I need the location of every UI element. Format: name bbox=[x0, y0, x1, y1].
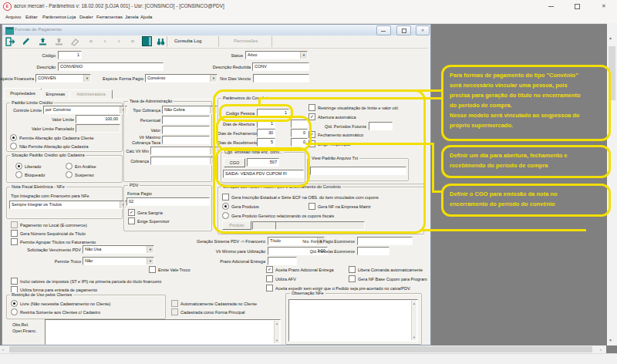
checkbox-fechamento-automatico[interactable]: ✓Fechamento automático bbox=[308, 131, 363, 138]
checkbox-utiliza-afv[interactable]: Utiliza AFV bbox=[266, 275, 296, 282]
qtd-periodos-input[interactable] bbox=[369, 122, 393, 130]
dias-abertura-hora-input[interactable] bbox=[291, 120, 308, 128]
menu-janela[interactable]: Janela bbox=[125, 15, 139, 19]
valor-input[interactable] bbox=[162, 126, 210, 134]
tipo-integracao-select[interactable]: Sempre Integrar os Títulos▼ bbox=[9, 201, 127, 209]
chevron-down-icon[interactable]: ▼ bbox=[147, 246, 153, 253]
cgo-button[interactable]: CGO bbox=[224, 158, 245, 167]
textarea-scrollbar[interactable]: ▲▼ bbox=[411, 301, 416, 340]
chevron-down-icon[interactable]: ▼ bbox=[210, 147, 217, 154]
cgo-number-input[interactable]: 507 bbox=[247, 158, 279, 167]
chevron-down-icon[interactable]: ▼ bbox=[147, 258, 153, 265]
chevron-down-icon[interactable]: ▼ bbox=[300, 52, 307, 59]
dias-fechamento-hora-input[interactable]: 0 bbox=[291, 129, 308, 137]
qtd-parcelas-input[interactable] bbox=[357, 247, 389, 255]
chevron-down-icon[interactable]: ▼ bbox=[210, 157, 217, 164]
especie-forma-select[interactable]: Convênio▼ bbox=[145, 74, 217, 83]
percentual-input[interactable] bbox=[162, 116, 210, 124]
menu-parametros[interactable]: Parâmetros bbox=[42, 15, 66, 19]
textarea-scrollbar[interactable]: ▲▼ bbox=[274, 321, 279, 343]
mdi-horizontal-scroll-thumb[interactable] bbox=[9, 346, 592, 352]
checkbox-restringe-visualizacao[interactable]: Restringe visualização de limite e valor… bbox=[308, 104, 399, 111]
mdi-vertical-scroll-thumb[interactable] bbox=[609, 46, 615, 100]
checkbox-gera-nf-base-cupom[interactable]: Gera NF Base Cupom para Programa de Pont… bbox=[349, 275, 427, 282]
descricao-input[interactable]: CONVENIO bbox=[58, 62, 164, 71]
nro-forma-ecommerce-input[interactable] bbox=[357, 237, 413, 245]
menu-arquivo[interactable]: Arquivo bbox=[5, 15, 21, 19]
scroll-left-icon[interactable]: ‹ bbox=[2, 346, 4, 352]
search-button[interactable] bbox=[153, 36, 167, 47]
post-button[interactable] bbox=[35, 36, 49, 47]
menu-editar[interactable]: Editar bbox=[25, 15, 38, 19]
radio-gera-produto-generico[interactable]: Gera Produto Genérico relacionando os cu… bbox=[222, 212, 334, 219]
child-titlebar[interactable] bbox=[2, 25, 429, 35]
checkbox-abertura-automatica[interactable]: ✓Abertura automática bbox=[308, 113, 356, 120]
child-minimize-button[interactable] bbox=[376, 25, 391, 35]
menu-dealer[interactable]: Dealer bbox=[79, 15, 93, 19]
tab-propriedades[interactable]: Propriedades bbox=[4, 88, 42, 99]
view-padrao-input[interactable] bbox=[310, 167, 406, 175]
controle-limite-select[interactable]: por Convênio▼ bbox=[43, 106, 127, 114]
observacao-nfe-textarea[interactable]: ▲▼ bbox=[288, 299, 418, 342]
child-maximize-button[interactable] bbox=[396, 25, 411, 35]
tipo-cobranca-select[interactable]: Não Cobra▼ bbox=[162, 106, 217, 114]
radio-livre[interactable]: Livre (Não necessita Cadastramento no Cl… bbox=[11, 300, 110, 307]
radio-em-analise[interactable]: Em Análise bbox=[66, 163, 96, 170]
grid-view-button[interactable] bbox=[140, 36, 153, 47]
edit-button[interactable] bbox=[19, 36, 33, 47]
prazo-adicional-input[interactable] bbox=[268, 257, 297, 265]
chevron-down-icon[interactable]: ▼ bbox=[83, 75, 90, 82]
codigo-input[interactable]: 1 bbox=[58, 51, 82, 59]
scroll-down-icon[interactable]: ▼ bbox=[609, 338, 612, 342]
dias-recebimento-input[interactable]: 5 bbox=[257, 138, 275, 147]
checkbox-gera-inscricao[interactable]: Gera Inscrição Estadual e Série ECF na O… bbox=[222, 194, 379, 201]
checkbox-inclui-impostos[interactable]: Inclui valores de impostos (ST e IPI) na… bbox=[11, 278, 161, 285]
checkbox-exige-supervisor[interactable]: Exige Supervisor bbox=[128, 217, 170, 224]
forma-pagto-input[interactable]: 02 bbox=[126, 197, 210, 206]
menu-ajuda[interactable]: Ajuda bbox=[140, 15, 152, 19]
cobranca-select[interactable]: ▼ bbox=[150, 157, 217, 165]
exit-button[interactable] bbox=[3, 36, 17, 47]
checkbox-libera-comanda[interactable]: Libera Comanda automaticamente bbox=[349, 266, 423, 273]
solicitacao-vencimento-select[interactable]: Não Usa▼ bbox=[83, 245, 154, 254]
consulta-log-button[interactable]: Consulta Log bbox=[174, 39, 201, 43]
menu-loja[interactable]: Loja bbox=[67, 15, 76, 19]
menu-ferramentas[interactable]: Ferramentas bbox=[96, 15, 123, 19]
checkbox-emite-vale-troco[interactable]: Emite Vale Troco bbox=[149, 266, 190, 273]
codigo-pessoa-input[interactable]: 1 bbox=[257, 109, 289, 117]
checkbox-box: ✓ bbox=[128, 209, 135, 216]
status-select[interactable]: Ativo▼ bbox=[245, 51, 308, 59]
radio-suspenso[interactable]: Suspenso bbox=[66, 171, 93, 178]
radio-gera-produtos[interactable]: Gera Produtos bbox=[222, 203, 259, 210]
scroll-right-icon[interactable]: › bbox=[600, 346, 602, 352]
chevron-down-icon[interactable]: ▼ bbox=[210, 106, 217, 113]
dias-recebimento-hora-input[interactable]: 0 bbox=[291, 138, 308, 147]
calc-vlr-min-select[interactable]: ▼ bbox=[150, 147, 217, 155]
checkbox-aceita-prazo[interactable]: ✓Aceita Prazo Adicional Entrega bbox=[266, 266, 334, 273]
checkbox-gera-sangria[interactable]: ✓Gera Sangria bbox=[128, 209, 163, 216]
vlr-maximo-input[interactable] bbox=[162, 136, 210, 144]
valor-limite-input[interactable]: 100,00 bbox=[76, 115, 120, 123]
nro-dias-input[interactable] bbox=[253, 74, 309, 83]
especie-financeira-select[interactable]: CONVEN▼ bbox=[35, 74, 91, 83]
descricao-reduzida-input[interactable]: CONV bbox=[252, 62, 309, 71]
checkbox-permite-agrupar[interactable]: Permite Agrupar Títulos no Faturamento bbox=[11, 238, 96, 245]
scroll-up-icon[interactable]: ▲ bbox=[609, 35, 612, 40]
checkbox-gera-numero-sequencial[interactable]: Gera Número Sequêncial de Título bbox=[11, 230, 86, 237]
obs-rel-textarea[interactable]: ▲▼ bbox=[45, 319, 281, 345]
checkbox-aceita-expedir[interactable]: Aceita expedir sem exigir que o Pedido s… bbox=[266, 285, 411, 292]
dias-abertura-input[interactable]: 1 bbox=[257, 120, 275, 128]
minimize-button[interactable] bbox=[540, 0, 563, 12]
checkbox-exige-requisicao[interactable]: Exige Requisição bbox=[308, 140, 351, 147]
close-button[interactable]: ✕ bbox=[591, 0, 617, 12]
radio-permite-alteracao[interactable]: Permite Alteração qdo Cadastra Cliente bbox=[10, 134, 94, 141]
child-close-button[interactable]: ✕ bbox=[416, 25, 430, 35]
maximize-button[interactable] bbox=[565, 0, 588, 12]
radio-nao-permite-alteracao[interactable]: Não Permite Alteração qdo Cadastra bbox=[10, 143, 89, 150]
radio-restrita[interactable]: Restrita Somente aos Clientes c/ Cadastr… bbox=[11, 308, 100, 315]
radio-liberado[interactable]: Liberado bbox=[15, 163, 41, 170]
dias-fechamento-input[interactable]: 30 bbox=[257, 129, 275, 137]
radio-bloqueado[interactable]: Bloqueado bbox=[15, 171, 45, 178]
permite-troco-select[interactable]: Não▼ bbox=[83, 257, 154, 265]
checkbox-gera-nf-matriz[interactable]: Gera NF na Empresa Matriz bbox=[308, 203, 371, 210]
